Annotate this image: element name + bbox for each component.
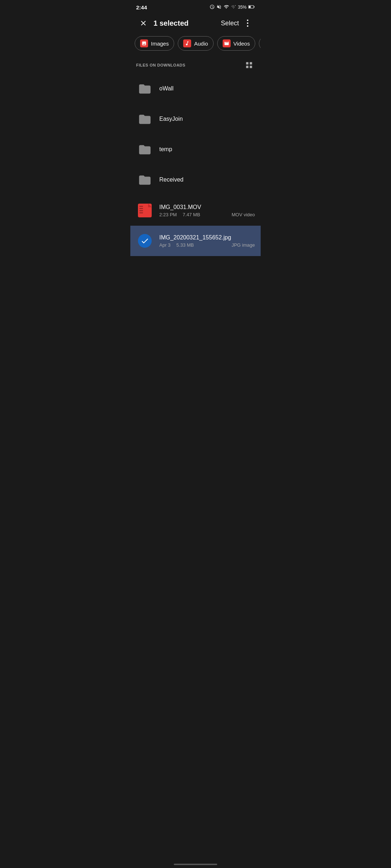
mute-icon (216, 4, 222, 10)
folder-icon (136, 141, 154, 158)
file-info: EasyJoin (154, 116, 255, 123)
battery-level: 35% (238, 5, 247, 10)
alarm-icon (210, 4, 215, 10)
tab-documents[interactable]: Documents (259, 36, 261, 51)
file-date: 2:23 PM (159, 212, 177, 217)
videos-tab-icon (223, 39, 231, 47)
section-header: FILES ON DOWNLOADS (130, 55, 261, 74)
list-item[interactable]: IMG_0031.MOV 2:23 PM 7.47 MB MOV video (130, 195, 261, 226)
selection-count-title: 1 selected (151, 19, 219, 27)
videos-tab-label: Videos (234, 41, 250, 47)
file-info: IMG_0031.MOV 2:23 PM 7.47 MB MOV video (154, 204, 255, 217)
file-name: temp (159, 146, 255, 153)
list-item[interactable]: IMG_20200321_155652.jpg Apr 3 5.33 MB JP… (130, 226, 261, 256)
battery-icon (248, 4, 255, 10)
file-list: oWall EasyJoin temp Received (130, 74, 261, 256)
svg-rect-2 (249, 6, 251, 8)
list-item[interactable]: EasyJoin (130, 104, 261, 135)
folder-icon (136, 171, 154, 189)
list-item[interactable]: temp (130, 135, 261, 165)
file-name: IMG_20200321_155652.jpg (159, 234, 255, 241)
more-options-button[interactable] (240, 16, 255, 30)
file-type: JPG image (232, 242, 255, 248)
file-meta: Apr 3 5.33 MB JPG image (159, 242, 255, 248)
file-name: Received (159, 176, 255, 183)
list-item[interactable]: oWall (130, 74, 261, 104)
signal-icon (231, 4, 236, 10)
app-bar: 1 selected Select (130, 13, 261, 33)
tab-audio[interactable]: Audio (178, 36, 213, 51)
audio-tab-icon (183, 39, 191, 47)
file-name: IMG_0031.MOV (159, 204, 255, 210)
file-date: Apr 3 (159, 242, 171, 248)
close-button[interactable] (136, 16, 151, 30)
svg-rect-1 (254, 6, 255, 7)
status-icons: 35% (210, 4, 255, 10)
images-tab-label: Images (151, 41, 169, 47)
section-title: FILES ON DOWNLOADS (136, 63, 185, 67)
folder-icon (136, 111, 154, 128)
file-meta: 2:23 PM 7.47 MB MOV video (159, 212, 255, 217)
file-info: IMG_20200321_155652.jpg Apr 3 5.33 MB JP… (154, 234, 255, 248)
filter-tabs: Images Audio Videos Documents (130, 33, 261, 55)
selected-check-icon (136, 232, 154, 250)
file-size: 7.47 MB (182, 212, 200, 217)
wifi-icon (223, 4, 229, 10)
grid-view-button[interactable] (243, 59, 255, 71)
folder-icon (136, 80, 154, 98)
file-name: EasyJoin (159, 116, 255, 122)
file-info: Received (154, 176, 255, 184)
status-bar: 2:44 35% (130, 0, 261, 13)
tab-videos[interactable]: Videos (217, 36, 256, 51)
more-dots-icon (247, 20, 248, 27)
status-time: 2:44 (136, 4, 147, 10)
file-name: oWall (159, 85, 255, 92)
file-info: oWall (154, 85, 255, 93)
list-item[interactable]: Received (130, 165, 261, 195)
select-button[interactable]: Select (219, 17, 240, 30)
file-type: MOV video (232, 212, 255, 217)
images-tab-icon (140, 39, 148, 47)
audio-tab-label: Audio (194, 41, 208, 47)
file-info: temp (154, 146, 255, 153)
file-size: 5.33 MB (176, 242, 194, 248)
tab-images[interactable]: Images (135, 36, 174, 51)
video-file-icon (136, 202, 154, 219)
